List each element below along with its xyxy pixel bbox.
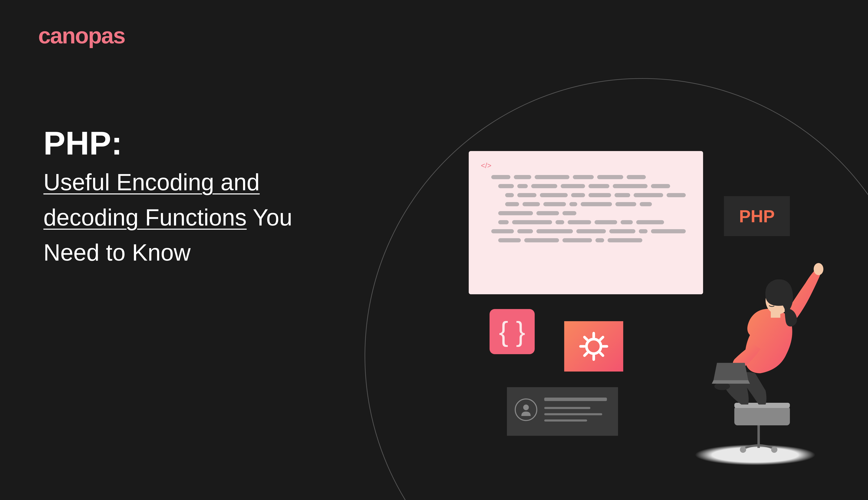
title-subheading-line2-plain: You xyxy=(247,204,292,230)
braces-icon: { } xyxy=(499,316,525,348)
svg-point-1 xyxy=(523,405,529,410)
profile-text-lines xyxy=(544,395,610,426)
avatar-circle xyxy=(515,398,537,421)
gear-icon xyxy=(577,330,610,363)
code-tag-icon: </> xyxy=(481,161,491,170)
php-badge: PHP xyxy=(724,196,790,236)
page-title-block: PHP: Useful Encoding and decoding Functi… xyxy=(43,125,292,270)
svg-rect-5 xyxy=(734,406,790,425)
person-with-laptop-illustration xyxy=(686,252,859,460)
brand-logo: canopas xyxy=(38,23,125,49)
svg-point-9 xyxy=(814,263,823,275)
title-subheading-line1: Useful Encoding and xyxy=(43,165,292,200)
title-subheading-line2-underlined: decoding Functions xyxy=(43,204,247,230)
svg-point-3 xyxy=(740,446,746,453)
title-subheading-line3: Need to Know xyxy=(43,235,292,270)
gear-badge xyxy=(564,321,623,372)
code-window-illustration: </> xyxy=(469,151,703,294)
svg-point-4 xyxy=(771,446,777,453)
braces-badge: { } xyxy=(490,309,535,354)
title-heading: PHP: xyxy=(43,125,292,161)
avatar-icon xyxy=(518,402,534,418)
svg-point-13 xyxy=(771,300,772,302)
svg-point-0 xyxy=(586,339,601,354)
profile-card-illustration xyxy=(507,387,618,436)
code-lines-placeholder xyxy=(481,175,691,242)
